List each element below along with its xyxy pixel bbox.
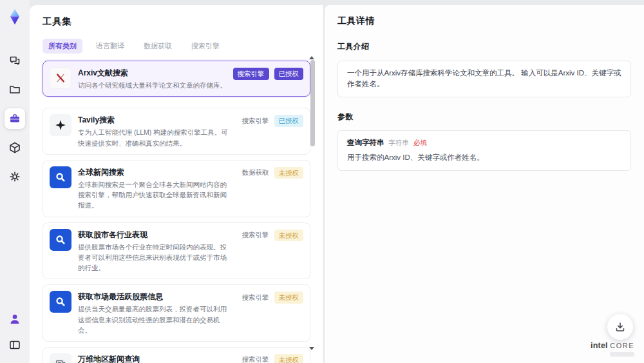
category-label: 搜索引擎 — [242, 293, 269, 302]
param-name: 查询字符串 — [347, 138, 384, 148]
tool-card-regional-news[interactable]: 万维地区新闻查询 查询具体行政区划内的新闻，快速了解各地新闻动 搜索引擎 未授权 — [43, 347, 310, 363]
arxiv-logo-icon — [50, 67, 71, 89]
tool-description: 提供当天交易量最高的股票列表，投资者可以利用这些信息来识别流动性强的股票和潜在的… — [78, 304, 232, 335]
tab-language-translation[interactable]: 语言翻译 — [90, 39, 130, 54]
param-box: 查询字符串 字符串 必填 用于搜索的Arxiv ID、关键字或作者姓名。 — [337, 130, 631, 171]
four-point-star-icon — [50, 114, 71, 136]
chat-icon — [8, 54, 21, 67]
intel-core-logo: intel core — [591, 341, 634, 357]
intel-subbrand-mark — [610, 352, 634, 357]
auth-badge: 已授权 — [274, 115, 304, 127]
auth-badge: 已授权 — [274, 68, 304, 80]
category-label: 搜索引擎 — [242, 355, 269, 363]
sidebar-item-toolbox[interactable] — [5, 108, 25, 129]
intel-brand-text: intel — [591, 341, 608, 350]
magnifier-icon — [50, 291, 71, 313]
download-icon — [614, 321, 626, 333]
tool-details-panel: 工具详情 工具介绍 一个用于从Arxiv存储库搜索科学论文和文章的工具。 输入可… — [324, 5, 644, 363]
category-label: 数据获取 — [242, 168, 269, 177]
cube-icon — [8, 141, 21, 154]
download-button[interactable] — [607, 314, 633, 340]
sidebar-item-packages[interactable] — [5, 137, 25, 158]
tab-all-categories[interactable]: 所有类别 — [43, 39, 82, 54]
tool-card-most-active-stocks[interactable]: 获取市场最活跃股票信息 提供当天交易量最高的股票列表，投资者可以利用这些信息来识… — [43, 284, 310, 342]
magnifier-icon — [50, 229, 71, 251]
category-badge: 搜索引擎 — [233, 68, 269, 80]
sidebar-item-settings[interactable] — [5, 166, 25, 187]
tool-name: 获取股市各行业表现 — [78, 229, 232, 240]
intro-box: 一个用于从Arxiv存储库搜索科学论文和文章的工具。 输入可以是Arxiv ID… — [337, 61, 631, 97]
tab-data-fetch[interactable]: 数据获取 — [138, 39, 178, 54]
details-title: 工具详情 — [337, 15, 631, 27]
tool-name: 万维地区新闻查询 — [78, 353, 232, 363]
tool-description: 提供股票市场各个行业在特定时间段内的表现。投资者可以利用这些信息来识别表现优于或… — [78, 242, 232, 273]
tool-card-global-news[interactable]: 全球新闻搜索 全球新闻搜索是一个聚合全球各大新闻网站内容的搜索引擎，帮助用户快速… — [43, 160, 310, 217]
tool-name: Arxiv文献搜索 — [78, 67, 232, 79]
intro-heading: 工具介绍 — [337, 41, 631, 52]
sidebar-item-collapse[interactable] — [5, 335, 25, 355]
gear-icon — [8, 170, 21, 183]
category-tabs: 所有类别 语言翻译 数据获取 搜索引擎 — [43, 39, 310, 54]
category-label: 搜索引擎 — [242, 231, 269, 240]
sidebar-item-files[interactable] — [5, 79, 25, 100]
tool-name: 全球新闻搜索 — [78, 166, 232, 178]
tool-card-sector-performance[interactable]: 获取股市各行业表现 提供股票市场各个行业在特定时间段内的表现。投资者可以利用这些… — [43, 222, 310, 280]
category-label: 搜索引擎 — [242, 117, 269, 126]
tool-card-tavily[interactable]: Tavily搜索 专为人工智能代理 (LLM) 构建的搜索引擎工具。可快速提供实… — [43, 108, 310, 155]
briefcase-icon — [8, 112, 21, 125]
sidebar-rail — [0, 0, 30, 363]
diamond-logo-icon — [6, 8, 23, 26]
auth-badge: 未授权 — [274, 291, 304, 304]
auth-badge: 未授权 — [274, 230, 304, 242]
param-description: 用于搜索的Arxiv ID、关键字或作者姓名。 — [347, 152, 621, 163]
tool-list: Arxiv文献搜索 访问各个研究领域大量科学论文和文章的存储库。 搜索引擎 已授… — [43, 61, 310, 363]
param-required-badge: 必填 — [413, 139, 427, 148]
folder-icon — [8, 83, 21, 96]
tool-list-panel: 工具集 所有类别 语言翻译 数据获取 搜索引擎 Arxiv文献搜索 访问各个研究… — [30, 5, 324, 363]
panel-toggle-icon — [8, 338, 21, 351]
sidebar-bottom — [0, 309, 30, 355]
tool-name: Tavily搜索 — [78, 114, 232, 126]
intel-core-text: core — [610, 342, 634, 349]
scrollbar-thumb[interactable] — [310, 60, 315, 146]
tool-card-arxiv[interactable]: Arxiv文献搜索 访问各个研究领域大量科学论文和文章的存储库。 搜索引擎 已授… — [43, 61, 310, 97]
params-heading: 参数 — [337, 112, 631, 123]
app-logo — [0, 8, 30, 26]
tool-description: 访问各个研究领域大量科学论文和文章的存储库。 — [78, 80, 232, 90]
magnifier-icon — [50, 166, 71, 188]
sidebar-nav — [0, 50, 30, 187]
newspaper-icon — [50, 353, 71, 363]
auth-badge: 未授权 — [274, 354, 304, 363]
tool-name: 获取市场最活跃股票信息 — [78, 291, 232, 302]
tool-description: 专为人工智能代理 (LLM) 构建的搜索引擎工具。可快速提供实时、准确和真实的结… — [78, 127, 232, 148]
scrollbar-up-arrow[interactable] — [309, 56, 314, 59]
scrollbar-down-arrow[interactable] — [309, 347, 314, 350]
auth-badge: 未授权 — [274, 167, 304, 179]
sidebar-item-account[interactable] — [5, 309, 25, 329]
sidebar-item-chat[interactable] — [5, 50, 25, 71]
tab-search-engine[interactable]: 搜索引擎 — [185, 39, 225, 54]
param-type: 字符串 — [389, 139, 410, 148]
page-title: 工具集 — [43, 15, 310, 28]
user-icon — [8, 313, 21, 326]
tool-description: 全球新闻搜索是一个聚合全球各大新闻网站内容的搜索引擎，帮助用户快速获取全球最新资… — [78, 179, 232, 211]
